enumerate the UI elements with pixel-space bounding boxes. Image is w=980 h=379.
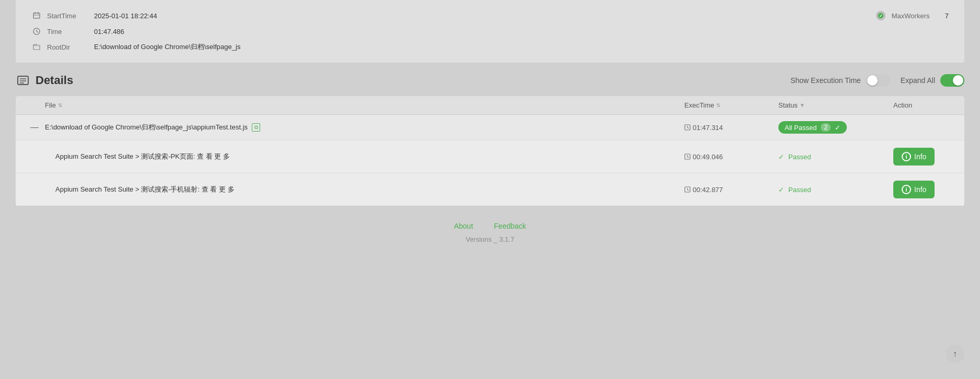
info-button-0-0[interactable]: i Info (893, 148, 935, 165)
sub-row-0-1: Appium Search Test Suite > 测试搜索-手机辐射: 查 … (16, 173, 964, 206)
file-path-text-0: E:\download of Google Chrome\归档\selfpage… (45, 123, 248, 132)
timer-icon-sub-0-0 (684, 153, 691, 160)
show-exec-time-toggle[interactable] (866, 74, 890, 87)
max-workers-value: 7 (945, 12, 949, 20)
info-btn-label-0-1: Info (914, 185, 926, 194)
col-status-header: Status ▼ (778, 101, 893, 109)
details-icon (16, 73, 30, 88)
show-exec-time-label: Show Execution Time (790, 76, 861, 85)
sub-action-0-0: i Info (893, 148, 956, 165)
status-badge-0: All Passed 2 ✓ (778, 121, 893, 134)
file-row-main-0: — E:\download of Google Chrome\归档\selfpa… (16, 115, 964, 140)
details-title: Details (16, 73, 73, 88)
start-time-label: StartTime (47, 12, 94, 20)
svg-line-21 (687, 190, 689, 191)
check-icon: ✓ (835, 124, 841, 132)
root-dir-icon (31, 42, 42, 52)
info-section: StartTime 2025-01-01 18:22:44 ✓ MaxWorke… (16, 0, 964, 63)
sub-row-name-0-0: Appium Search Test Suite > 测试搜索-PK页面: 查 … (45, 152, 684, 161)
max-workers-icon: ✓ (876, 11, 885, 20)
sub-action-0-1: i Info (893, 181, 956, 198)
svg-rect-0 (33, 13, 40, 18)
file-sort-icon[interactable]: ⇅ (58, 102, 62, 108)
details-title-text: Details (36, 74, 73, 87)
sub-row-0-0: Appium Search Test Suite > 测试搜索-PK页面: 查 … (16, 140, 964, 173)
test-results-table: File ⇅ ExecTime ⇅ Status ▼ Action — (16, 96, 964, 206)
scroll-top-button[interactable]: ↑ (946, 345, 964, 363)
exec-time-main-0: 01:47.314 (684, 124, 778, 132)
passed-label-0-1: Passed (788, 186, 811, 194)
exectime-sort-icon[interactable]: ⇅ (716, 102, 720, 108)
all-passed-label: All Passed (785, 124, 816, 132)
col-action-header: Action (893, 101, 956, 109)
start-time-row: StartTime 2025-01-01 18:22:44 ✓ MaxWorke… (31, 10, 949, 21)
sub-exec-time-value-0-1: 00:42.877 (693, 186, 723, 194)
status-count-0: 2 (821, 123, 831, 132)
expand-all-group: Expand All (901, 74, 964, 87)
exec-time-main-value-0: 01:47.314 (693, 124, 723, 132)
info-circle-icon-0-1: i (902, 185, 911, 194)
root-dir-row: RootDir E:\download of Google Chrome\归档\… (31, 42, 949, 52)
svg-text:✓: ✓ (879, 14, 882, 18)
timer-icon-sub-0-1 (684, 186, 691, 193)
start-time-icon (31, 10, 42, 21)
sub-row-name-0-1: Appium Search Test Suite > 测试搜索-手机辐射: 查 … (45, 185, 684, 194)
footer: About Feedback (0, 206, 980, 235)
passed-check-icon-0-1: ✓ (778, 186, 784, 194)
collapse-btn-0[interactable]: — (24, 123, 45, 132)
version-text: Versions _ 3.1.7 (0, 235, 980, 254)
about-link[interactable]: About (454, 222, 473, 230)
passed-label-0-0: Passed (788, 153, 811, 161)
file-path-0: E:\download of Google Chrome\归档\selfpage… (45, 123, 684, 132)
details-section: Details Show Execution Time Expand All F… (16, 73, 964, 206)
sub-status-0-1: ✓ Passed (778, 186, 893, 194)
file-group-0: — E:\download of Google Chrome\归档\selfpa… (16, 115, 964, 206)
time-label: Time (47, 28, 94, 35)
sub-exec-time-value-0-0: 00:49.046 (693, 153, 723, 161)
table-header: File ⇅ ExecTime ⇅ Status ▼ Action (16, 96, 964, 115)
status-filter-icon[interactable]: ▼ (800, 102, 805, 108)
info-btn-label-0-0: Info (914, 152, 926, 161)
expand-all-label: Expand All (901, 76, 935, 85)
max-workers-label: MaxWorkers (892, 12, 939, 20)
col-exectime-header: ExecTime ⇅ (684, 101, 778, 109)
time-row: Time 01:47.486 (31, 26, 949, 37)
feedback-link[interactable]: Feedback (494, 222, 526, 230)
info-button-0-1[interactable]: i Info (893, 181, 935, 198)
expand-all-toggle[interactable] (940, 74, 964, 87)
sub-status-0-0: ✓ Passed (778, 153, 893, 161)
timer-icon-main (684, 124, 691, 131)
col-file-header: File ⇅ (45, 101, 684, 109)
details-controls: Show Execution Time Expand All (790, 74, 964, 87)
show-exec-time-group: Show Execution Time (790, 74, 890, 87)
page-wrapper: StartTime 2025-01-01 18:22:44 ✓ MaxWorke… (0, 0, 980, 379)
details-header: Details Show Execution Time Expand All (16, 73, 964, 88)
sub-exec-time-0-0: 00:49.046 (684, 153, 778, 161)
time-icon (31, 26, 42, 37)
root-dir-label: RootDir (47, 43, 94, 51)
svg-line-18 (687, 157, 689, 158)
root-dir-value: E:\download of Google Chrome\归档\selfpage… (94, 42, 240, 52)
passed-check-icon-0-0: ✓ (778, 153, 784, 161)
svg-line-8 (37, 31, 38, 32)
time-value: 01:47.486 (94, 28, 124, 35)
copy-icon-0[interactable]: ⧉ (252, 123, 260, 132)
start-time-value: 2025-01-01 18:22:44 (94, 12, 157, 20)
info-circle-icon-0-0: i (902, 152, 911, 161)
sub-exec-time-0-1: 00:42.877 (684, 186, 778, 194)
max-workers-group: ✓ MaxWorkers 7 (876, 11, 949, 20)
svg-line-15 (687, 127, 689, 128)
